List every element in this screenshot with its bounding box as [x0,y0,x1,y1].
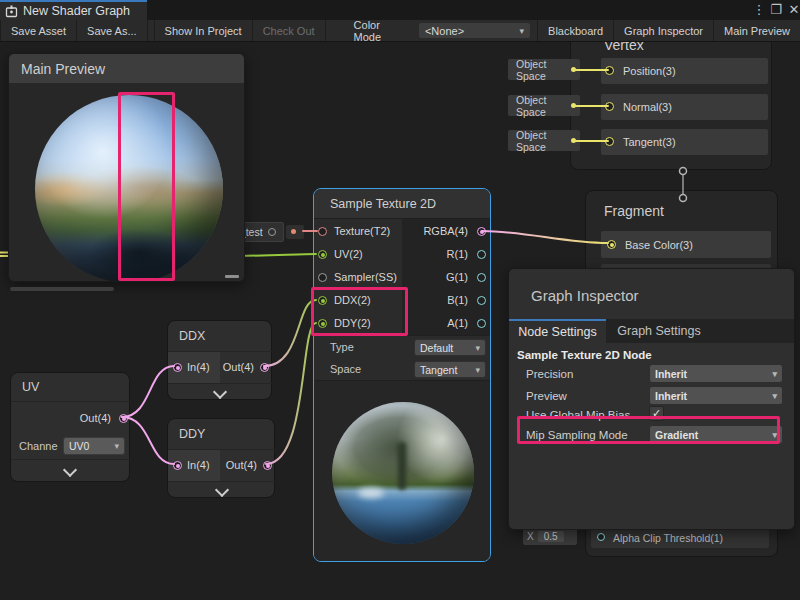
sample-texture-2d-node[interactable]: Sample Texture 2D Texture(T2) UV(2) Samp… [313,188,491,562]
chevron-down-icon: ▾ [475,343,480,353]
check-out-label: Check Out [263,25,315,37]
type-dropdown[interactable]: Default ▾ [414,339,486,356]
ddx-in-port[interactable] [173,363,182,372]
precision-dropdown[interactable]: Inherit ▾ [649,364,783,383]
object-space-label: Object Space [516,94,572,118]
uv-collapse-footer[interactable] [11,459,131,483]
tangent-input-port[interactable] [605,137,614,146]
chevron-down-icon: ▾ [114,441,119,451]
tab-title: New Shader Graph [23,4,130,18]
save-as-button[interactable]: Save As... [77,20,148,41]
blackboard-toggle-button[interactable]: Blackboard [537,20,614,41]
inspector-section-title: Sample Texture 2D Node [517,349,652,361]
ddy-in-port[interactable] [173,461,182,470]
show-in-project-button[interactable]: Show In Project [154,20,253,41]
node-preview-area [314,381,491,562]
kebab-menu-icon[interactable]: ⋮ [751,2,767,18]
main-preview-label: Main Preview [724,25,790,37]
graph-inspector-toggle-button[interactable]: Graph Inspector [614,20,714,41]
uv-input-port[interactable] [318,250,327,259]
tab-graph-settings[interactable]: Graph Settings [606,319,712,343]
show-in-project-label: Show In Project [165,25,242,37]
color-mode-dropdown[interactable]: <None> ▾ [418,22,531,39]
mip-bias-checkbox[interactable]: ✓ [649,406,664,421]
ddx-collapse-footer[interactable] [168,383,273,401]
ddy-out-port[interactable] [263,461,272,470]
vertex-position-row[interactable]: Position(3) [601,58,768,84]
alpha-clip-input-port[interactable] [597,533,605,541]
graph-inspector-panel[interactable]: Graph Inspector Node Settings Graph Sett… [508,268,795,530]
base-color-input-port[interactable] [607,240,616,249]
blackboard-label: Blackboard [548,25,603,37]
sampler-input-label: Sampler(SS) [334,271,397,283]
node-preview-sphere [332,402,474,544]
chevron-down-icon: ▾ [772,391,777,401]
main-preview-header[interactable]: Main Preview [9,54,244,83]
uv-node-title: UV [22,380,39,394]
rgba-output-label: RGBA(4) [423,225,468,237]
base-color-label: Base Color(3) [625,239,693,251]
alpha-clip-row[interactable]: Alpha Clip Threshold(1) [591,528,769,548]
a-output-port[interactable] [477,319,486,328]
position-input-port[interactable] [605,66,614,75]
space-chip-dot [571,138,576,143]
uv-out-port[interactable] [119,414,128,423]
maximize-icon[interactable]: ❐ [768,2,784,18]
save-as-label: Save As... [87,25,137,37]
graph-inspector-label: Graph Inspector [624,25,703,37]
vertex-tangent-row[interactable]: Tangent(3) [601,129,768,155]
space-dropdown[interactable]: Tangent ▾ [414,361,486,378]
vertex-normal-row[interactable]: Normal(3) [601,94,768,120]
color-mode-label: Color Mode [326,20,418,41]
alpha-clip-label: Alpha Clip Threshold(1) [613,532,723,544]
ddy-node[interactable]: DDY In(4) Out(4) [167,418,275,498]
normal-input-port[interactable] [605,102,614,111]
horizontal-scrollbar[interactable] [10,287,114,291]
sampler-input-port[interactable] [318,273,327,282]
object-space-chip[interactable]: Object Space [508,59,580,80]
preview-dropdown[interactable]: Inherit ▾ [649,386,783,405]
ddx-node[interactable]: DDX In(4) Out(4) [167,320,272,400]
base-color-row[interactable]: Base Color(3) [601,231,771,258]
mip-mode-value: Gradient [655,429,698,441]
space-chip-dot [571,67,576,72]
ddy-in-label: In(4) [187,459,210,471]
ddy-input-port[interactable] [318,319,327,328]
save-asset-button[interactable]: Save Asset [0,20,77,41]
precision-label: Precision [526,368,573,380]
mip-mode-dropdown[interactable]: Gradient ▾ [649,425,783,444]
inspector-title: Graph Inspector [531,287,639,304]
sample-node-controls: Type Default ▾ Space Tangent ▾ [314,335,491,381]
r-output-port[interactable] [477,250,486,259]
ddy-collapse-footer[interactable] [168,481,276,499]
tab-node-settings[interactable]: Node Settings [509,319,606,343]
channel-dropdown[interactable]: UV0 ▾ [63,437,125,455]
uv-out-label: Out(4) [80,412,111,424]
uv-channel-row: Channe UV0 ▾ [11,435,131,459]
pool-highlight [358,488,384,498]
uv-node[interactable]: UV Out(4) Channe UV0 ▾ [10,372,130,482]
collapse-chevron-icon [213,385,227,399]
texture-input-port[interactable] [318,227,327,236]
a-output-label: A(1) [447,317,468,329]
vertex-node[interactable]: Vertex Position(3) Normal(3) Tangent(3) [570,30,772,170]
g-output-port[interactable] [477,273,486,282]
ddx-input-port[interactable] [318,296,327,305]
ddx-out-label: Out(4) [223,361,254,373]
b-output-port[interactable] [477,296,486,305]
main-preview-panel[interactable]: Main Preview [8,53,245,282]
rgba-output-port[interactable] [477,227,486,236]
check-out-button[interactable]: Check Out [253,20,326,41]
ddx-out-port[interactable] [260,363,269,372]
object-space-chip[interactable]: Object Space [508,95,580,116]
close-icon[interactable]: ✕ [786,2,800,18]
panel-resize-grip[interactable] [225,275,239,278]
tree-trunk [398,442,406,490]
main-preview-toggle-button[interactable]: Main Preview [714,20,800,41]
object-space-chip[interactable]: Object Space [508,130,580,151]
toolbar: Save Asset Save As... Show In Project Ch… [0,20,800,42]
g-test-port-stub[interactable] [286,225,304,239]
collapse-chevron-icon [215,483,229,497]
ddy-out-label: Out(4) [226,459,257,471]
document-tab[interactable]: New Shader Graph [0,0,147,20]
